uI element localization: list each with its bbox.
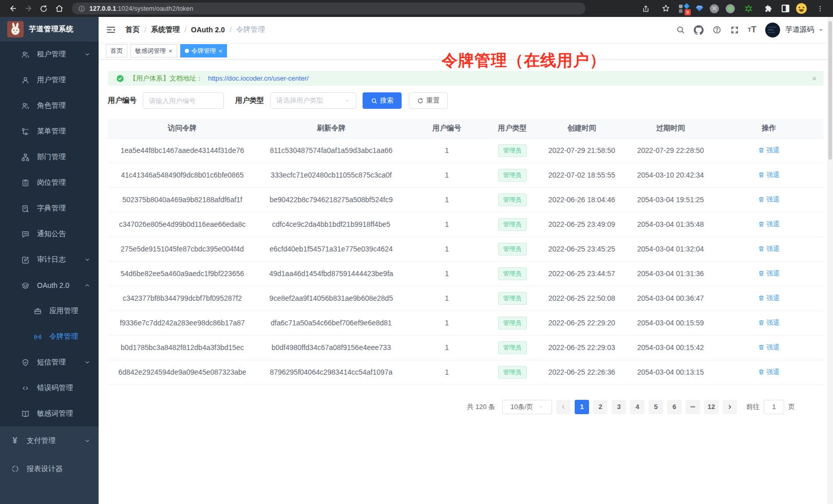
sidepanel-icon[interactable] xyxy=(782,5,789,12)
tag-敏感词管理[interactable]: 敏感词管理× xyxy=(130,44,177,57)
sidebar-item-dept[interactable]: 部门管理 xyxy=(0,144,99,170)
fullscreen-icon[interactable] xyxy=(730,26,739,34)
goto-unit: 页 xyxy=(788,402,795,412)
tag-令牌管理[interactable]: 令牌管理× xyxy=(180,44,228,57)
page-size-select[interactable]: 10条/页 xyxy=(502,400,552,414)
sidebar-item-audit-log[interactable]: 审计日志 xyxy=(0,247,99,273)
breadcrumb-item[interactable]: 首页 xyxy=(125,25,140,34)
page-button-6[interactable]: 6 xyxy=(667,400,681,414)
force-logout-label: 强退 xyxy=(766,244,780,254)
sidebar-item-user[interactable]: 用户管理 xyxy=(0,67,99,93)
extension-badge: 9 xyxy=(685,9,691,15)
gem-extension-icon[interactable] xyxy=(696,6,703,12)
tag-首页[interactable]: 首页 xyxy=(106,44,127,57)
logo-bar[interactable]: 芋道管理系统 xyxy=(0,17,99,42)
next-page-button[interactable] xyxy=(723,400,737,414)
sidebar-item-tenant[interactable]: 租户管理 xyxy=(0,42,99,67)
share-icon[interactable] xyxy=(639,2,652,15)
goto-page-input[interactable] xyxy=(764,400,784,414)
site-info-icon[interactable] xyxy=(78,5,85,12)
tag-close-icon[interactable]: × xyxy=(168,48,173,54)
home-icon[interactable] xyxy=(52,2,66,15)
user-name[interactable]: 芋道源码 xyxy=(785,25,814,34)
force-logout-button[interactable]: 强退 xyxy=(758,269,780,278)
page-button-1[interactable]: 1 xyxy=(575,400,589,414)
force-logout-button[interactable]: 强退 xyxy=(758,294,780,303)
breadcrumb-separator: / xyxy=(184,26,186,34)
browser-menu-icon[interactable] xyxy=(813,2,827,15)
user-type-select[interactable]: 请选择用户类型 xyxy=(270,92,356,109)
user-id-input[interactable] xyxy=(143,92,224,109)
sidebar-item-role[interactable]: 角色管理 xyxy=(0,93,99,119)
prev-page-button[interactable] xyxy=(556,400,571,414)
profile-avatar[interactable] xyxy=(796,3,807,14)
user-type-cell: 管理员 xyxy=(488,360,537,384)
record-extension-icon[interactable] xyxy=(726,4,735,13)
create-time-cell: 2022-07-29 21:58:50 xyxy=(537,138,627,163)
collapse-sidebar-icon[interactable] xyxy=(106,25,116,35)
alert-doc-link[interactable]: https://doc.iocoder.cn/user-center/ xyxy=(208,74,309,82)
sidebar-item-post[interactable]: 岗位管理 xyxy=(0,170,99,196)
create-time-cell: 2022-07-02 18:55:55 xyxy=(537,163,627,187)
sidebar-item-oauth[interactable]: OAuth 2.0 xyxy=(0,273,99,298)
bookmark-star-icon[interactable] xyxy=(659,2,672,15)
reset-button-label: 重置 xyxy=(426,96,440,105)
search-button[interactable]: 搜索 xyxy=(363,92,402,109)
puzzle-extensions-icon[interactable] xyxy=(762,2,775,15)
sidebar-item-oauth-token[interactable]: 令牌管理 xyxy=(0,324,99,350)
sidebar-item-report[interactable]: 报表设计器 xyxy=(0,455,99,483)
font-size-icon[interactable]: TT xyxy=(748,25,756,35)
caret-down-icon[interactable] xyxy=(818,27,824,33)
expire-time-cell: 2054-03-04 00:15:59 xyxy=(627,311,714,335)
force-logout-button[interactable]: 强退 xyxy=(758,146,780,155)
sidebar: 芋道管理系统 租户管理用户管理角色管理菜单管理部门管理岗位管理字典管理通知公告审… xyxy=(0,17,99,504)
user-type-badge: 管理员 xyxy=(498,243,527,256)
refresh-token-cell: 8796295f04064c2983414cc54af1097a xyxy=(257,360,406,384)
force-logout-button[interactable]: 强退 xyxy=(758,220,780,229)
force-logout-button[interactable]: 强退 xyxy=(758,367,780,377)
user-type-badge: 管理员 xyxy=(498,341,527,354)
more-pages-button[interactable]: ••• xyxy=(686,400,700,414)
access-token-cell: 41c41346a548490f9dc8b01c6bfe0865 xyxy=(108,163,257,187)
force-logout-label: 强退 xyxy=(766,343,780,352)
force-logout-button[interactable]: 强退 xyxy=(758,318,780,327)
forward-icon[interactable] xyxy=(22,2,35,15)
trash-icon xyxy=(758,344,765,351)
breadcrumb-item[interactable]: 系统管理 xyxy=(151,25,180,34)
sidebar-item-dict[interactable]: 字典管理 xyxy=(0,196,99,221)
sidebar-item-error-code[interactable]: 错误码管理 xyxy=(0,375,99,401)
reset-button[interactable]: 重置 xyxy=(409,92,448,109)
column-header: 刷新令牌 xyxy=(257,119,406,138)
help-icon[interactable] xyxy=(712,25,722,34)
back-icon[interactable] xyxy=(6,2,20,15)
page-button-3[interactable]: 3 xyxy=(612,400,626,414)
tag-close-icon[interactable]: × xyxy=(219,48,223,54)
breadcrumb-item[interactable]: OAuth 2.0 xyxy=(191,26,225,34)
page-button-5[interactable]: 5 xyxy=(649,400,663,414)
user-avatar[interactable] xyxy=(765,23,780,37)
green-star-extension-icon[interactable] xyxy=(742,2,755,15)
page-button-12[interactable]: 12 xyxy=(704,400,718,414)
page-scrollbar[interactable] xyxy=(827,17,833,504)
search-icon[interactable] xyxy=(676,25,685,34)
menu-tree-icon xyxy=(21,127,30,136)
sidebar-item-pay[interactable]: ¥支付管理 xyxy=(0,427,99,455)
force-logout-button[interactable]: 强退 xyxy=(758,195,780,204)
sidebar-item-notice[interactable]: 通知公告 xyxy=(0,221,99,247)
sidebar-item-sensitive-word[interactable]: 敏感词管理 xyxy=(0,401,99,427)
sidebar-item-sms[interactable]: 短信管理 xyxy=(0,350,99,375)
sidebar-item-menu[interactable]: 菜单管理 xyxy=(0,119,99,144)
alert-close-icon[interactable]: × xyxy=(812,74,817,82)
force-logout-button[interactable]: 强退 xyxy=(758,244,780,254)
force-logout-button[interactable]: 强退 xyxy=(758,343,780,352)
address-bar[interactable]: 127.0.0.1:1024/system/oauth2/token xyxy=(72,3,585,14)
force-logout-button[interactable]: 强退 xyxy=(758,170,780,180)
sidebar-item-oauth-app[interactable]: 应用管理 xyxy=(0,298,99,324)
create-time-cell: 2022-06-25 23:45:25 xyxy=(537,237,627,261)
extension-icon[interactable]: 9 xyxy=(679,4,689,14)
page-button-4[interactable]: 4 xyxy=(630,400,645,414)
reload-icon[interactable] xyxy=(37,2,50,15)
command-extension-icon[interactable]: ⌘ xyxy=(710,4,719,13)
github-icon[interactable] xyxy=(694,25,704,35)
page-button-2[interactable]: 2 xyxy=(593,400,608,414)
